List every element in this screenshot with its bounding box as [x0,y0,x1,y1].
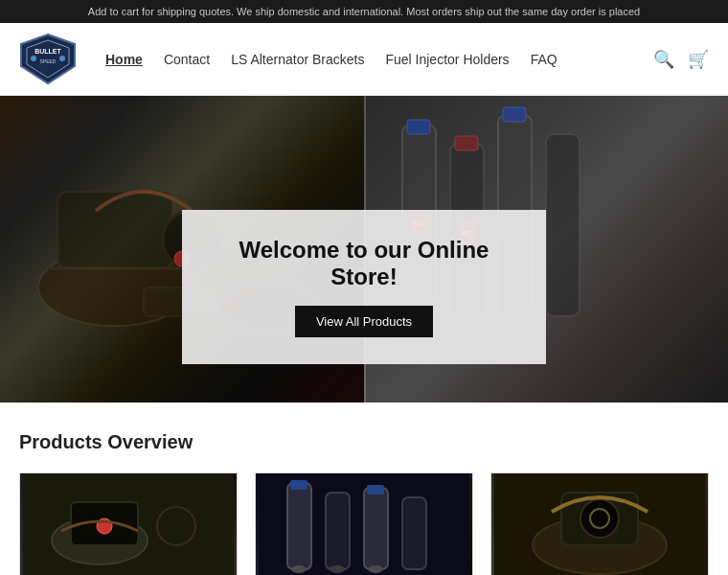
svg-rect-16 [546,134,580,316]
product-card-3[interactable]: ATI Products [490,472,709,575]
product-card-1[interactable]: ATI Products [19,472,238,575]
products-overview-section: Products Overview ATI Products [0,402,728,575]
nav-contact[interactable]: Contact [164,52,210,67]
products-section-title: Products Overview [19,431,709,453]
svg-point-38 [330,565,345,573]
svg-rect-36 [402,497,426,569]
main-nav: Home Contact LS Alternator Brackets Fuel… [105,52,653,67]
product-card-2[interactable]: ATI Products [255,472,473,575]
product-image-3 [491,473,708,575]
svg-rect-35 [364,488,388,569]
view-all-products-button[interactable]: View All Products [295,306,433,337]
svg-text:BULLET: BULLET [34,48,61,55]
search-icon[interactable]: 🔍 [653,49,674,70]
svg-point-45 [580,499,619,538]
svg-point-39 [368,565,383,573]
svg-rect-25 [455,136,478,150]
site-logo[interactable]: BULLET SPEED [19,33,77,85]
products-grid: ATI Products ATI Products [19,472,709,575]
svg-rect-40 [290,480,307,490]
logo-area: BULLET SPEED [19,33,77,85]
nav-ls-brackets[interactable]: LS Alternator Brackets [231,52,364,67]
svg-point-37 [291,565,307,573]
svg-rect-24 [407,120,430,134]
svg-rect-33 [287,483,311,569]
cart-icon[interactable]: 🛒 [688,49,709,70]
svg-point-5 [59,56,65,61]
svg-rect-41 [367,485,384,494]
hero-overlay: Welcome to our Online Store! View All Pr… [182,210,546,364]
svg-rect-34 [326,493,350,569]
product-image-1 [20,473,237,575]
svg-point-4 [31,56,36,61]
banner-text: Add to cart for shipping quotes. We ship… [88,6,640,17]
top-banner: Add to cart for shipping quotes. We ship… [0,0,728,23]
svg-rect-26 [503,107,526,122]
hero-section: RC RC Welcome to our Online Store! View … [0,96,728,402]
header-actions: 🔍 🛒 [653,49,709,70]
nav-home[interactable]: Home [105,52,143,67]
svg-point-30 [157,507,195,545]
nav-fuel-injectors[interactable]: Fuel Injector Holders [385,52,509,67]
svg-rect-7 [57,192,172,268]
hero-title: Welcome to our Online Store! [230,237,498,290]
product-image-2 [256,473,472,575]
svg-text:SPEED: SPEED [40,58,57,64]
nav-faq[interactable]: FAQ [531,52,557,67]
header: BULLET SPEED Home Contact LS Alternator … [0,23,728,96]
